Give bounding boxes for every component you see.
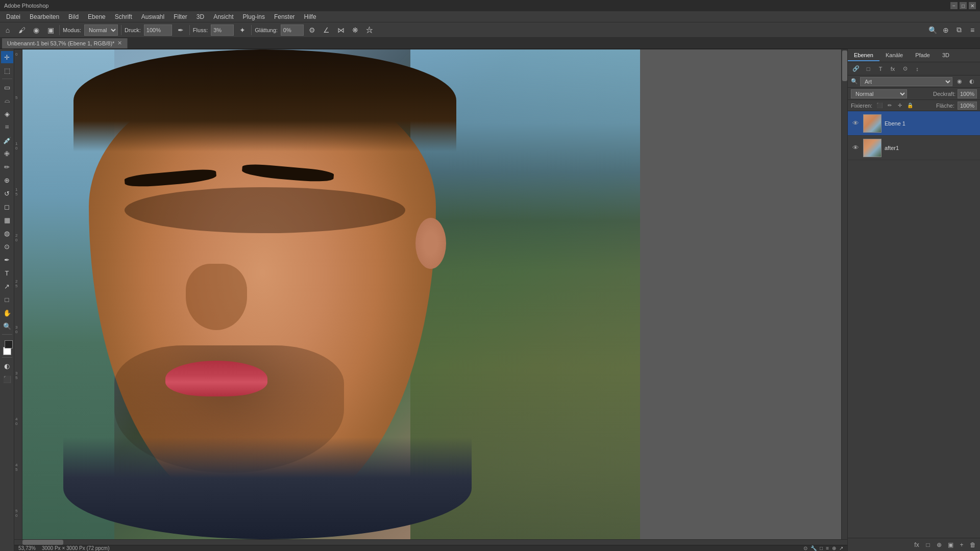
- quick-mask-tool[interactable]: ◐: [1, 360, 13, 372]
- text-tool[interactable]: T: [1, 267, 13, 279]
- tab-kanale[interactable]: Kanäle: [879, 50, 909, 61]
- healing-brush-tool[interactable]: ✙: [1, 147, 13, 160]
- scrollbar-vertical[interactable]: [841, 49, 847, 539]
- home-icon[interactable]: ⌂: [2, 24, 13, 36]
- move-tool[interactable]: ✛: [1, 51, 13, 63]
- close-button[interactable]: ✕: [969, 2, 976, 9]
- history-brush-tool[interactable]: ↺: [1, 187, 13, 199]
- window-controls[interactable]: − □ ✕: [950, 2, 976, 9]
- lock-pixels-btn[interactable]: ✏: [886, 102, 894, 110]
- fill-input[interactable]: [958, 102, 977, 110]
- modus-select[interactable]: Normal: [84, 24, 118, 36]
- brush-options-icon[interactable]: ◉: [31, 24, 42, 36]
- lock-transparent-btn[interactable]: ⬛: [875, 102, 884, 110]
- mixer-icon[interactable]: ⛦: [364, 24, 375, 36]
- eraser-tool[interactable]: ◻: [1, 201, 13, 213]
- delete-layer-btn[interactable]: 🗑: [968, 540, 978, 550]
- menu-schrift[interactable]: Schrift: [111, 12, 136, 21]
- menu-plugins[interactable]: Plug-ins: [239, 12, 269, 21]
- layer-item[interactable]: 👁 Ebene 1: [848, 111, 980, 136]
- add-mask-bottom-btn[interactable]: □: [923, 540, 933, 550]
- document-tab[interactable]: Unbenannt-1 bei 53,7% (Ebene 1, RGB/8)* …: [2, 38, 128, 48]
- move-btn[interactable]: ↕: [912, 64, 922, 74]
- new-layer-btn[interactable]: +: [957, 540, 967, 550]
- stylus-pressure-icon[interactable]: ✒: [175, 24, 186, 36]
- smart-object-btn[interactable]: ⊙: [900, 64, 910, 74]
- status-icon-3[interactable]: □: [820, 545, 823, 551]
- menu-datei[interactable]: Datei: [2, 12, 24, 21]
- maximize-button[interactable]: □: [960, 2, 967, 9]
- group-layers-btn[interactable]: ▣: [945, 540, 955, 550]
- menu-bearbeiten[interactable]: Bearbeiten: [26, 12, 63, 21]
- doc-tab-close[interactable]: ✕: [117, 40, 122, 46]
- lock-position-btn[interactable]: ✛: [896, 102, 904, 110]
- foreground-color[interactable]: [5, 340, 13, 348]
- hand-tool[interactable]: ✋: [1, 307, 13, 319]
- adjustment-layer-btn[interactable]: ⊕: [934, 540, 944, 550]
- zoom-icon[interactable]: ⊕: [940, 24, 951, 36]
- angle-icon[interactable]: ∠: [321, 24, 332, 36]
- status-icon-1[interactable]: ⊙: [803, 545, 807, 551]
- fluss-input[interactable]: [211, 24, 234, 36]
- lock-all-btn[interactable]: 🔒: [906, 102, 914, 110]
- eyedropper-tool[interactable]: 💉: [1, 134, 13, 146]
- menu-3d[interactable]: 3D: [192, 12, 208, 21]
- artboard-tool[interactable]: ⬚: [1, 64, 13, 77]
- menu-ebene[interactable]: Ebene: [84, 12, 110, 21]
- blur-tool[interactable]: ◍: [1, 227, 13, 239]
- quick-select-tool[interactable]: ◈: [1, 108, 13, 120]
- status-icon-6[interactable]: ↗: [839, 545, 843, 551]
- layer-item[interactable]: 👁 after1: [848, 136, 980, 160]
- brush-preset-icon[interactable]: ▣: [45, 24, 56, 36]
- scrollbar-thumb-horizontal[interactable]: [22, 540, 63, 545]
- arrange-icon[interactable]: ⧉: [953, 24, 965, 36]
- menu-hilfe[interactable]: Hilfe: [300, 12, 321, 21]
- clone-stamp-tool[interactable]: ⊕: [1, 174, 13, 186]
- dodge-tool[interactable]: ⊙: [1, 240, 13, 253]
- menu-filter[interactable]: Filter: [169, 12, 191, 21]
- canvas-viewport[interactable]: [22, 49, 847, 539]
- screen-mode-tool[interactable]: ⬛: [1, 373, 13, 385]
- color-wheel-icon[interactable]: ❋: [350, 24, 361, 36]
- link-layers-btn[interactable]: 🔗: [851, 64, 861, 74]
- symmetry-icon[interactable]: ⋈: [335, 24, 347, 36]
- menu-ansicht[interactable]: Ansicht: [209, 12, 237, 21]
- tab-3d[interactable]: 3D: [936, 50, 955, 61]
- status-icon-4[interactable]: ≡: [826, 545, 829, 551]
- pen-tool[interactable]: ✒: [1, 254, 13, 266]
- scrollbar-thumb-vertical[interactable]: [842, 51, 847, 81]
- airbrush-icon[interactable]: ✦: [237, 24, 248, 36]
- layer-visibility-toggle[interactable]: 👁: [851, 143, 860, 153]
- brush-tool-icon[interactable]: 🖌: [16, 24, 28, 36]
- druck-input[interactable]: [144, 24, 172, 36]
- opacity-input[interactable]: [958, 89, 977, 98]
- brush-tool[interactable]: ✏: [1, 161, 13, 173]
- menu-auswahl[interactable]: Auswahl: [137, 12, 168, 21]
- marquee-tool[interactable]: ▭: [1, 81, 13, 93]
- zoom-tool[interactable]: 🔍: [1, 320, 13, 332]
- status-icon-5[interactable]: ⊕: [832, 545, 836, 551]
- tab-pfade[interactable]: Pfade: [909, 50, 936, 61]
- add-style-btn[interactable]: fx: [888, 64, 898, 74]
- art-type-select[interactable]: Art: [860, 77, 952, 86]
- lasso-tool[interactable]: ⌓: [1, 94, 13, 107]
- minimize-button[interactable]: −: [950, 2, 958, 9]
- scrollbar-horizontal[interactable]: [14, 539, 847, 545]
- add-mask-btn[interactable]: □: [863, 64, 873, 74]
- menu-bild[interactable]: Bild: [64, 12, 83, 21]
- blend-mode-select[interactable]: Normal: [851, 89, 907, 98]
- smoothing-options-icon[interactable]: ⚙: [307, 24, 318, 36]
- tab-ebenen[interactable]: Ebenen: [848, 50, 879, 61]
- menu-fenster[interactable]: Fenster: [270, 12, 299, 21]
- glattung-input[interactable]: [281, 24, 304, 36]
- filter-toggle-btn[interactable]: ◐: [967, 77, 977, 87]
- text-btn[interactable]: T: [875, 64, 886, 74]
- workspace-icon[interactable]: ≡: [967, 24, 978, 36]
- shape-tool[interactable]: □: [1, 293, 13, 306]
- add-layer-style-btn[interactable]: fx: [912, 540, 922, 550]
- status-icon-2[interactable]: 🔧: [811, 545, 817, 551]
- search-icon[interactable]: 🔍: [927, 24, 938, 36]
- gradient-tool[interactable]: ▦: [1, 214, 13, 226]
- color-swatches[interactable]: [3, 339, 11, 355]
- path-selection-tool[interactable]: ↗: [1, 280, 13, 292]
